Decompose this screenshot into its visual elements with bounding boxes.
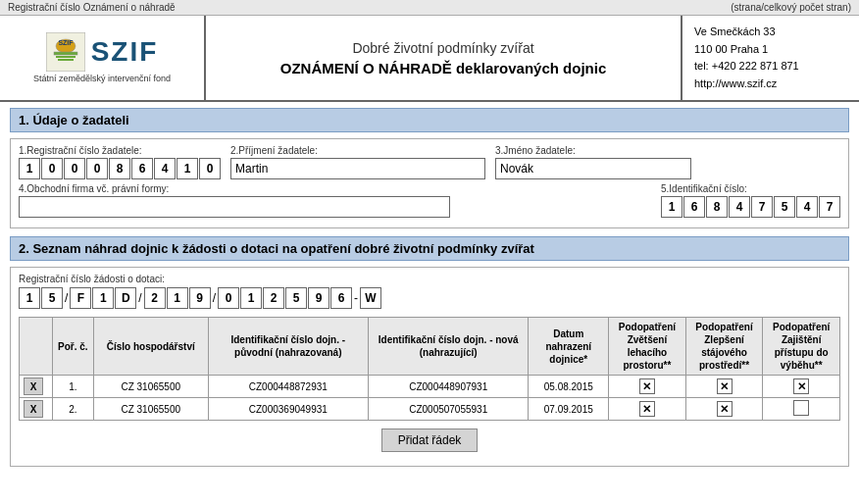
id-nova-input-1[interactable] bbox=[373, 404, 524, 415]
reg-zadosti-digit-18: W bbox=[360, 287, 381, 309]
del-cell-1[interactable]: X bbox=[20, 398, 53, 421]
identif-digit-2: 8 bbox=[706, 196, 728, 218]
hosp-cell-1[interactable] bbox=[93, 398, 208, 421]
jmeno-group: 3.Jméno žadatele: bbox=[495, 145, 691, 179]
reg-cis-digit-4: 8 bbox=[109, 158, 130, 179]
identif-digits: 16847547 bbox=[661, 196, 840, 218]
datum-cell-1[interactable] bbox=[529, 398, 609, 421]
id-nova-input-0[interactable] bbox=[373, 381, 524, 392]
reg-cis-digit-8: 0 bbox=[199, 158, 221, 179]
prijmeni-input[interactable] bbox=[230, 158, 485, 179]
right-header: Ve Smečkách 33 110 00 Praha 1 tel: +420 … bbox=[682, 16, 859, 100]
reg-sep-2: / bbox=[64, 291, 69, 305]
reg-zadosti-digit-1: 5 bbox=[41, 287, 63, 309]
reg-cis-digit-1: 0 bbox=[41, 158, 63, 179]
reg-cis-digit-3: 0 bbox=[86, 158, 108, 179]
hosp-input-1[interactable] bbox=[98, 404, 204, 415]
zvetseni-cell-1[interactable]: ✕ bbox=[609, 398, 686, 421]
logo-text-area: SZIF bbox=[91, 36, 159, 68]
svg-rect-2 bbox=[54, 52, 77, 55]
datum-input-0[interactable] bbox=[532, 381, 604, 392]
logo-inner: SZIF SZIF bbox=[46, 32, 159, 72]
jmeno-input[interactable] bbox=[495, 158, 691, 179]
th-id-puvodni: Identifikační číslo dojn. - původní (nah… bbox=[208, 318, 368, 376]
table-row: X1.✕✕✕ bbox=[20, 376, 840, 398]
field-row-1: 1.Registrační číslo žadatele: 100086410 … bbox=[19, 145, 840, 179]
reg-zadosti-digit-12: 1 bbox=[240, 287, 262, 309]
zlepseni-checked-0[interactable]: ✕ bbox=[717, 378, 733, 394]
prijmeni-label: 2.Příjmení žadatele: bbox=[230, 145, 485, 156]
datum-cell-0[interactable] bbox=[529, 376, 609, 398]
th-hospodar: Číslo hospodářství bbox=[93, 318, 208, 376]
center-title: Dobré životní podmínky zvířat bbox=[352, 40, 533, 56]
add-row-button[interactable]: Přidat řádek bbox=[381, 428, 479, 452]
zlepseni-checked-1[interactable]: ✕ bbox=[717, 401, 733, 417]
reg-zadosti-digit-0: 1 bbox=[19, 287, 40, 309]
por-cell-1: 2. bbox=[52, 398, 93, 421]
header: SZIF SZIF Státní zemědělský intervenční … bbox=[0, 16, 859, 102]
logo-subtitle: Státní zemědělský intervenční fond bbox=[33, 74, 171, 83]
th-zvetseni: Podopatření Zvětšení lehacího prostoru** bbox=[609, 318, 686, 376]
reg-zadosti-digit-13: 2 bbox=[263, 287, 284, 309]
id-puvodni-input-0[interactable] bbox=[213, 381, 364, 392]
jmeno-label: 3.Jméno žadatele: bbox=[495, 145, 691, 156]
th-zajisteni: Podopatření Zajištění přístupu do výběhu… bbox=[763, 318, 840, 376]
reg-cis-group: 1.Registrační číslo žadatele: 100086410 bbox=[19, 145, 221, 179]
table-body: X1.✕✕✕X2.✕✕ bbox=[20, 376, 840, 421]
table-header-row: Poř. č. Číslo hospodářství Identifikační… bbox=[20, 318, 840, 376]
reg-zadosti-label: Registrační číslo žádosti o dotaci: bbox=[19, 274, 840, 284]
zvetseni-checked-1[interactable]: ✕ bbox=[639, 401, 655, 417]
center-header: Dobré životní podmínky zvířat OZNÁMENÍ O… bbox=[206, 16, 682, 100]
reg-zadosti-digit-8: 1 bbox=[167, 287, 188, 309]
zajisteni-checked-0[interactable]: ✕ bbox=[793, 378, 809, 394]
identif-group: 5.Identifikační číslo: 16847547 bbox=[661, 183, 840, 218]
identif-digit-3: 4 bbox=[729, 196, 750, 218]
logo-area: SZIF SZIF Státní zemědělský intervenční … bbox=[0, 16, 206, 100]
identif-digit-4: 7 bbox=[751, 196, 773, 218]
reg-zadosti-digit-3: F bbox=[70, 287, 91, 309]
section2-header: 2. Seznam náhrad dojnic k žádosti o dota… bbox=[10, 236, 849, 261]
th-por: Poř. č. bbox=[52, 318, 93, 376]
top-bar-right: (strana/celkový počet stran) bbox=[731, 2, 851, 13]
zlepseni-cell-0[interactable]: ✕ bbox=[685, 376, 763, 398]
reg-zadosti-digit-9: 9 bbox=[189, 287, 211, 309]
contact-line3: tel: +420 222 871 871 bbox=[694, 58, 847, 76]
id-puvodni-cell-0[interactable] bbox=[208, 376, 368, 398]
zajisteni-cell-1[interactable] bbox=[763, 398, 840, 421]
zajisteni-unchecked-1[interactable] bbox=[793, 400, 809, 416]
prijmeni-group: 2.Příjmení žadatele: bbox=[230, 145, 485, 179]
svg-text:SZIF: SZIF bbox=[58, 39, 74, 46]
reg-zadosti-digit-16: 6 bbox=[330, 287, 352, 309]
del-button-1[interactable]: X bbox=[24, 400, 43, 418]
th-datum: Datum nahrazení dojnice* bbox=[529, 318, 609, 376]
datum-input-1[interactable] bbox=[532, 404, 604, 415]
zlepseni-cell-1[interactable]: ✕ bbox=[685, 398, 763, 421]
id-puvodni-input-1[interactable] bbox=[213, 404, 364, 415]
id-nova-cell-1[interactable] bbox=[369, 398, 529, 421]
reg-cis-digit-0: 1 bbox=[19, 158, 40, 179]
id-nova-cell-0[interactable] bbox=[369, 376, 529, 398]
zajisteni-cell-0[interactable]: ✕ bbox=[763, 376, 840, 398]
zvetseni-checked-0[interactable]: ✕ bbox=[639, 378, 655, 394]
zvetseni-cell-0[interactable]: ✕ bbox=[609, 376, 686, 398]
reg-zadosti-digit-5: D bbox=[115, 287, 136, 309]
del-cell-0[interactable]: X bbox=[20, 376, 53, 398]
field-row-2: 4.Obchodní firma vč. právní formy: 5.Ide… bbox=[19, 183, 840, 218]
reg-cis-digit-6: 4 bbox=[154, 158, 176, 179]
reg-cis-label: 1.Registrační číslo žadatele: bbox=[19, 145, 221, 156]
reg-zadosti-row: 15/F1D/219/012596-W bbox=[19, 287, 840, 309]
contact-line2: 110 00 Praha 1 bbox=[694, 41, 847, 59]
obchodni-input[interactable] bbox=[19, 196, 450, 218]
reg-zadosti-digit-15: 9 bbox=[308, 287, 329, 309]
id-puvodni-cell-1[interactable] bbox=[208, 398, 368, 421]
hosp-input-0[interactable] bbox=[98, 381, 204, 392]
identif-digit-5: 5 bbox=[774, 196, 795, 218]
obchodni-label: 4.Obchodní firma vč. právní formy: bbox=[19, 183, 450, 194]
hosp-cell-0[interactable] bbox=[93, 376, 208, 398]
reg-zadosti-digit-4: 1 bbox=[92, 287, 114, 309]
svg-rect-3 bbox=[56, 56, 76, 58]
del-button-0[interactable]: X bbox=[24, 378, 43, 395]
section2-form: Registrační číslo žádosti o dotaci: 15/F… bbox=[10, 267, 849, 467]
top-bar-left: Registrační číslo Oznámení o náhradě bbox=[8, 2, 176, 13]
reg-cis-digits: 100086410 bbox=[19, 158, 221, 179]
